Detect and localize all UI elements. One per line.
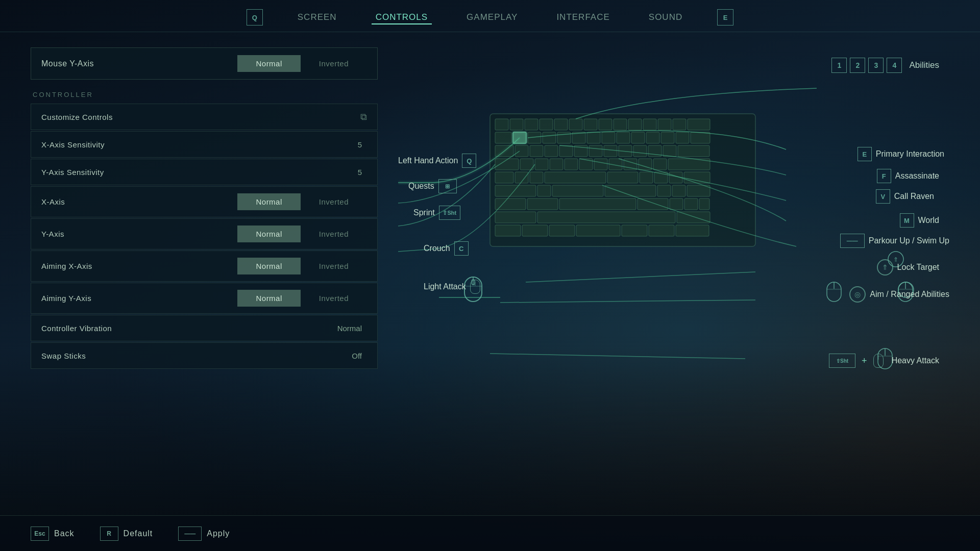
customize-controls-icon[interactable]: ⧉	[360, 112, 367, 122]
aiming-x-axis-label: Aiming X-Axis	[41, 262, 237, 270]
primary-interaction-label: E Primary Interaction	[857, 147, 944, 161]
x-axis-sensitivity-label: X-Axis Sensitivity	[41, 140, 358, 149]
assassinate-key: F	[877, 169, 891, 183]
heavy-attack-label: ⇧Sht + Heavy Attack	[829, 354, 939, 368]
crouch-text: Crouch	[424, 244, 450, 253]
y-axis-toggle: Normal Inverted	[237, 226, 367, 242]
svg-rect-40	[663, 145, 676, 157]
svg-rect-81	[522, 225, 548, 236]
mouse-y-axis-row: Mouse Y-Axis Normal Inverted	[31, 47, 378, 80]
nav-right-key[interactable]: E	[717, 9, 733, 26]
aiming-x-axis-toggle: Normal Inverted	[237, 258, 367, 274]
svg-rect-80	[495, 225, 521, 236]
svg-rect-15	[495, 132, 511, 143]
bottom-bar: Esc Back R Default —— Apply	[0, 515, 980, 551]
y-axis-sensitivity-row: Y-Axis Sensitivity 5	[31, 159, 378, 185]
controller-vibration-value: Normal	[337, 324, 362, 333]
svg-rect-10	[628, 119, 642, 130]
svg-rect-48	[594, 159, 607, 170]
svg-rect-30	[515, 145, 528, 157]
aiming-x-inverted-btn[interactable]: Inverted	[301, 258, 367, 274]
x-axis-sensitivity-value: 5	[358, 140, 362, 149]
customize-controls-row[interactable]: Customize Controls ⧉	[31, 104, 378, 130]
svg-rect-78	[537, 212, 675, 223]
svg-rect-67	[657, 185, 671, 196]
svg-rect-7	[584, 119, 597, 130]
default-action[interactable]: R Default	[100, 527, 153, 541]
y-axis-sensitivity-label: Y-Axis Sensitivity	[41, 168, 358, 177]
svg-rect-22	[602, 132, 615, 143]
call-raven-text: Call Raven	[894, 192, 934, 201]
aiming-y-normal-btn[interactable]: Normal	[237, 290, 300, 307]
left-hand-action-text: Left Hand Action	[398, 156, 458, 165]
aim-ranged-label: ◎ Aim / Ranged Abilities	[849, 286, 949, 303]
svg-rect-76	[699, 198, 709, 210]
svg-rect-64	[537, 185, 551, 196]
svg-rect-66	[605, 185, 656, 196]
nav-controls[interactable]: Controls	[372, 10, 432, 24]
nav-screen[interactable]: Screen	[293, 10, 341, 24]
svg-rect-86	[676, 225, 709, 236]
svg-rect-62	[684, 172, 710, 183]
parkour-label: —— Parkour Up / Swim Up	[840, 234, 949, 248]
nav-gameplay[interactable]: Gameplay	[462, 10, 522, 24]
swap-sticks-value: Off	[352, 352, 362, 360]
svg-rect-3	[525, 119, 538, 130]
svg-rect-46	[565, 159, 578, 170]
svg-rect-26	[661, 132, 674, 143]
svg-rect-72	[559, 198, 636, 210]
right-panel: ⇑ 1 2 3 4 Abilities Left Hand Action Q	[398, 47, 949, 517]
apply-action[interactable]: —— Apply	[178, 527, 230, 541]
svg-rect-31	[530, 145, 543, 157]
svg-rect-12	[658, 119, 671, 130]
svg-rect-75	[684, 198, 698, 210]
apply-key: ——	[178, 527, 202, 541]
x-axis-sensitivity-row: X-Axis Sensitivity 5	[31, 131, 378, 158]
back-label: Back	[54, 529, 75, 538]
abilities-label: Abilities	[909, 60, 939, 70]
svg-rect-69	[687, 185, 710, 196]
mouse-y-inverted-btn[interactable]: Inverted	[301, 55, 367, 72]
aiming-y-inverted-btn[interactable]: Inverted	[301, 290, 367, 307]
svg-rect-2	[510, 119, 523, 130]
primary-interaction-key: E	[857, 147, 872, 161]
nav-sound[interactable]: Sound	[645, 10, 687, 24]
nav-interface[interactable]: Interface	[552, 10, 614, 24]
svg-rect-43	[520, 159, 533, 170]
svg-rect-38	[633, 145, 647, 157]
svg-rect-8	[599, 119, 612, 130]
left-panel: Mouse Y-Axis Normal Inverted CONTROLLER …	[31, 47, 378, 517]
aiming-x-axis-row: Aiming X-Axis Normal Inverted	[31, 251, 378, 282]
x-axis-inverted-btn[interactable]: Inverted	[301, 193, 367, 210]
back-action[interactable]: Esc Back	[31, 527, 75, 541]
nav-left-key[interactable]: Q	[247, 9, 263, 26]
sprint-text: Sprint	[413, 208, 435, 217]
x-axis-label: X-Axis	[41, 197, 237, 206]
assassinate-text: Assassinate	[895, 171, 939, 181]
world-key: M	[900, 213, 914, 228]
mouse-y-axis-toggle: Normal Inverted	[237, 55, 367, 72]
y-axis-inverted-btn[interactable]: Inverted	[301, 226, 367, 242]
light-attack-label: Light Attack	[424, 280, 480, 294]
quests-text: Quests	[408, 182, 434, 191]
svg-rect-35	[589, 145, 602, 157]
heavy-attack-shift: ⇧Sht	[829, 354, 855, 368]
svg-rect-44	[535, 159, 548, 170]
y-axis-normal-btn[interactable]: Normal	[237, 226, 300, 242]
aiming-x-normal-btn[interactable]: Normal	[237, 258, 300, 274]
crouch-label: Crouch C	[424, 241, 469, 256]
ability-key-3: 3	[868, 58, 884, 73]
svg-rect-65	[552, 185, 603, 196]
x-axis-toggle: Normal Inverted	[237, 193, 367, 210]
svg-rect-56	[530, 172, 543, 183]
top-nav: Q Screen Controls Gameplay Interface Sou…	[0, 0, 980, 32]
svg-rect-25	[646, 132, 659, 143]
svg-rect-1	[495, 119, 508, 130]
y-axis-row: Y-Axis Normal Inverted	[31, 218, 378, 249]
x-axis-normal-btn[interactable]: Normal	[237, 193, 300, 210]
parkour-key: ——	[840, 234, 865, 248]
aiming-y-axis-toggle: Normal Inverted	[237, 290, 367, 307]
mouse-y-normal-btn[interactable]: Normal	[237, 55, 300, 72]
svg-rect-9	[614, 119, 627, 130]
svg-rect-5	[554, 119, 568, 130]
